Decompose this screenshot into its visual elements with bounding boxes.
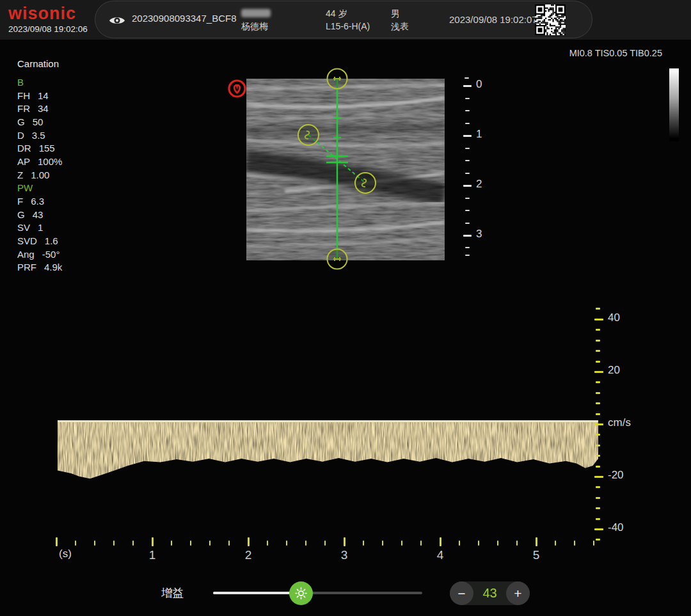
param-row: DR155 — [17, 141, 62, 155]
grayscale-map-bar — [669, 68, 679, 141]
patient-gender: 男 — [391, 7, 409, 20]
exam-id: 20230908093347_BCF8 — [132, 13, 236, 24]
ruler-tick — [228, 541, 230, 546]
gain-increase-button[interactable]: + — [506, 581, 530, 605]
ruler-tick — [344, 537, 346, 546]
param-rows: BFH14FR34G50D3.5DR155AP100%Z1.00PWF6.3G4… — [17, 75, 62, 274]
patient-name-block: 杨德梅 — [241, 7, 280, 33]
patient-age: 44 岁 — [326, 7, 370, 20]
ruler-tick — [596, 308, 600, 310]
time-label: 1 — [149, 548, 156, 562]
exam-preset: 浅表 — [391, 20, 409, 33]
ruler-tick — [596, 455, 600, 457]
ruler-tick — [465, 77, 469, 79]
param-row: G50 — [17, 115, 62, 129]
gain-decrease-button[interactable]: − — [450, 581, 473, 605]
mode-label-B: B — [17, 75, 62, 89]
eye-icon — [108, 14, 126, 27]
ruler-tick — [440, 537, 441, 546]
gain-stepper: − 43 + — [450, 581, 530, 605]
mode-label-PW: PW — [17, 182, 62, 195]
ruler-tick — [465, 98, 470, 99]
ruler-tick — [132, 541, 134, 546]
ruler-tick — [420, 541, 422, 546]
bmode-image — [246, 79, 445, 260]
ruler-tick — [596, 329, 600, 331]
depth-label: 0 — [476, 78, 482, 91]
ruler-tick — [171, 541, 172, 546]
param-row: FH14 — [17, 89, 62, 102]
ruler-tick — [209, 541, 210, 546]
velocity-label: -40 — [608, 521, 624, 534]
ruler-tick — [465, 173, 470, 174]
param-row: F6.3 — [17, 194, 62, 208]
ruler-tick — [536, 537, 537, 546]
time-label: 2 — [245, 548, 252, 562]
ruler-tick — [596, 497, 600, 499]
velocity-label: 40 — [608, 312, 620, 324]
probe-orientation-marker — [227, 79, 247, 99]
brand-mark-icon — [227, 79, 247, 99]
ruler-tick — [594, 371, 603, 373]
doppler-spectrum — [58, 422, 598, 481]
ruler-tick — [596, 402, 600, 404]
ruler-tick — [594, 476, 603, 478]
ruler-tick — [596, 381, 600, 383]
ruler-tick — [465, 123, 470, 124]
ruler-tick — [465, 210, 470, 211]
gain-value: 43 — [482, 586, 496, 601]
param-row: Z1.00 — [17, 168, 62, 182]
ruler-tick — [463, 135, 472, 137]
ruler-tick — [465, 198, 470, 199]
system-datetime: 2023/09/08 19:02:06 — [8, 24, 88, 34]
depth-label: 2 — [476, 178, 482, 191]
ruler-tick — [596, 392, 600, 394]
gender-preset-block: 男 浅表 — [391, 7, 409, 33]
time-label: 3 — [341, 548, 348, 562]
age-probe-block: 44 岁 L15-6-H(A) — [326, 7, 370, 33]
gain-slider-fill — [213, 592, 301, 594]
top-bar: wisonic 2023/09/08 19:02:06 202309080933… — [0, 0, 691, 40]
gain-slider-track[interactable] — [213, 592, 422, 594]
param-row: PRF4.9k — [17, 261, 62, 274]
ruler-tick — [596, 518, 600, 520]
ruler-tick — [596, 340, 600, 342]
param-row: SV1 — [17, 221, 62, 235]
gain-slider-thumb[interactable] — [289, 581, 313, 605]
velocity-label: cm/s — [608, 416, 631, 429]
param-row: FR34 — [17, 102, 62, 115]
ruler-tick — [596, 434, 600, 436]
eye-button[interactable] — [108, 14, 126, 27]
brand-logo: wisonic — [8, 4, 76, 24]
redacted-name — [241, 9, 271, 17]
ruler-tick — [267, 541, 268, 546]
bmode-tissue-texture — [246, 79, 445, 260]
ruler-tick — [463, 185, 472, 187]
time-unit-label: (s) — [59, 548, 72, 560]
ruler-tick — [596, 413, 600, 415]
ultrasound-screen: wisonic 2023/09/08 19:02:06 202309080933… — [0, 0, 691, 616]
ruler-tick — [596, 350, 600, 352]
preset-name: Carnation — [17, 58, 62, 71]
ruler-tick — [574, 541, 575, 546]
ruler-tick — [593, 541, 594, 546]
patient-name: 杨德梅 — [241, 20, 280, 33]
ruler-tick — [463, 235, 472, 237]
ruler-tick — [465, 110, 470, 111]
velocity-label: -20 — [608, 469, 624, 482]
acoustic-indices: MI0.8 TIS0.05 TIB0.25 — [569, 48, 662, 58]
param-row: SVD1.6 — [17, 234, 62, 248]
ruler-tick — [465, 255, 470, 256]
exam-datetime: 2023/09/08 19:02:07 — [449, 13, 537, 26]
ruler-tick — [382, 541, 383, 546]
doppler-baseline[interactable] — [58, 420, 598, 422]
ruler-tick — [248, 537, 250, 546]
depth-label: 1 — [476, 128, 482, 141]
ruler-tick — [497, 541, 498, 546]
ruler-tick — [555, 541, 556, 546]
ruler-tick — [594, 528, 603, 530]
ruler-tick — [596, 539, 600, 541]
ruler-tick — [465, 148, 470, 149]
ruler-tick — [596, 361, 600, 363]
ruler-tick — [94, 541, 95, 546]
